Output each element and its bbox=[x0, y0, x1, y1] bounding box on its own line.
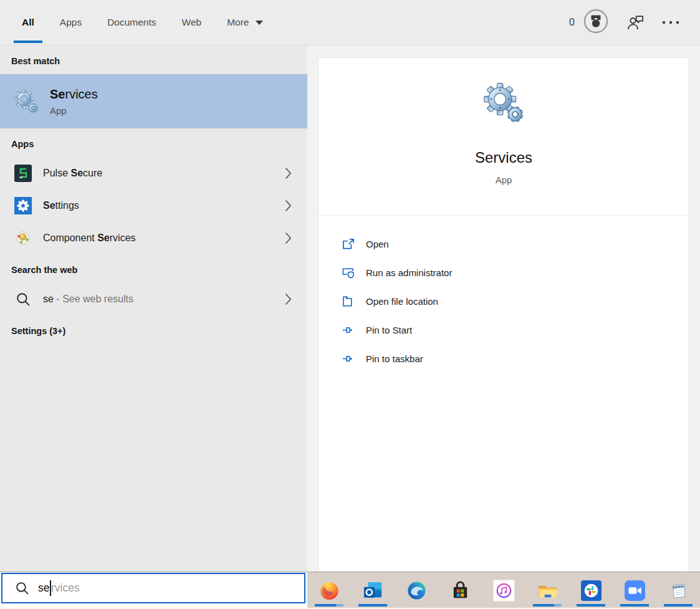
taskbar-slack-icon[interactable] bbox=[569, 572, 613, 609]
preview-subtitle: App bbox=[496, 175, 512, 185]
tab-all-label: All bbox=[22, 17, 34, 28]
tab-more[interactable]: More bbox=[219, 0, 272, 45]
pulse-secure-icon bbox=[14, 164, 32, 183]
tab-web[interactable]: Web bbox=[174, 0, 210, 45]
component-services-icon bbox=[14, 229, 32, 247]
rewards-medal-icon bbox=[583, 8, 609, 37]
result-component-services[interactable]: Component Services bbox=[0, 222, 307, 254]
tab-documents-label: Documents bbox=[107, 17, 156, 28]
best-match-subtitle: App bbox=[50, 105, 98, 116]
context-actions: Open Run as administrator bbox=[319, 216, 689, 373]
running-indicator bbox=[620, 604, 649, 607]
running-indicator bbox=[315, 604, 343, 607]
action-label: Pin to Start bbox=[366, 325, 412, 335]
tab-apps[interactable]: Apps bbox=[52, 0, 90, 45]
action-label: Pin to taskbar bbox=[366, 353, 423, 364]
services-gears-icon bbox=[12, 88, 40, 115]
search-the-web-header: Search the web bbox=[0, 254, 307, 283]
settings-icon bbox=[14, 196, 32, 215]
preview-card: Services App Open bbox=[318, 57, 689, 572]
result-label: se - See web results bbox=[43, 294, 133, 305]
running-indicator bbox=[358, 604, 387, 607]
taskbar-strip: services bbox=[0, 572, 700, 609]
preview-pane: Services App Open bbox=[307, 46, 700, 572]
taskbar-zoom-icon[interactable] bbox=[613, 572, 656, 609]
run-admin-icon bbox=[340, 265, 355, 280]
action-label: Open file location bbox=[366, 296, 438, 307]
preview-title: Services bbox=[475, 149, 532, 166]
chevron-right-icon[interactable] bbox=[285, 199, 292, 212]
chevron-right-icon[interactable] bbox=[285, 167, 292, 180]
windows-search-flyout: All Apps Documents Web More 0 bbox=[0, 0, 700, 609]
running-indicator bbox=[533, 604, 562, 607]
search-input[interactable]: services bbox=[1, 573, 305, 603]
taskbar-microsoft-store-icon[interactable] bbox=[438, 572, 482, 609]
result-label: Settings bbox=[43, 200, 79, 211]
search-icon bbox=[14, 290, 32, 309]
preview-card-header: Services App bbox=[319, 58, 689, 216]
taskbar-itunes-icon[interactable] bbox=[482, 572, 525, 609]
more-options-icon[interactable] bbox=[661, 20, 680, 25]
tab-documents[interactable]: Documents bbox=[99, 0, 164, 45]
open-icon bbox=[340, 236, 355, 251]
tab-apps-label: Apps bbox=[60, 17, 82, 28]
best-match-header: Best match bbox=[0, 46, 307, 74]
action-label: Run as administrator bbox=[366, 267, 452, 278]
taskbar-search-area: services bbox=[0, 572, 307, 609]
result-best-match-services[interactable]: Services App bbox=[0, 74, 307, 128]
search-suggestion-text: rvices bbox=[51, 582, 80, 595]
rewards-count: 0 bbox=[569, 17, 575, 28]
tab-web-label: Web bbox=[182, 17, 202, 28]
results-panel: Best match Services App Apps Pulse Secur… bbox=[0, 46, 307, 572]
taskbar-outlook-icon[interactable] bbox=[351, 572, 395, 609]
chevron-right-icon[interactable] bbox=[285, 232, 292, 244]
action-run-as-administrator[interactable]: Run as administrator bbox=[340, 258, 689, 287]
feedback-icon[interactable] bbox=[626, 14, 645, 31]
result-pulse-secure[interactable]: Pulse Secure bbox=[0, 157, 307, 189]
settings-group-header: Settings (3+) bbox=[0, 315, 307, 344]
running-indicator bbox=[577, 604, 605, 607]
taskbar-firefox-icon[interactable] bbox=[307, 572, 351, 609]
tab-more-label: More bbox=[227, 17, 249, 28]
dropdown-arrow-icon bbox=[255, 19, 264, 26]
action-pin-to-taskbar[interactable]: Pin to taskbar bbox=[340, 344, 689, 373]
result-label: Component Services bbox=[43, 233, 136, 244]
action-label: Open bbox=[366, 239, 389, 249]
search-filter-bar: All Apps Documents Web More 0 bbox=[0, 0, 700, 46]
taskbar-notepad-icon[interactable] bbox=[656, 572, 700, 609]
taskbar-icons bbox=[307, 572, 700, 609]
action-open-file-location[interactable]: Open file location bbox=[340, 287, 689, 315]
rewards-button[interactable]: 0 bbox=[569, 8, 609, 37]
file-location-icon bbox=[340, 294, 355, 309]
taskbar-file-explorer-icon[interactable] bbox=[525, 572, 569, 609]
result-web-search[interactable]: se - See web results bbox=[0, 283, 307, 315]
topbar-right-controls: 0 bbox=[569, 8, 680, 37]
action-pin-to-start[interactable]: Pin to Start bbox=[340, 315, 689, 344]
apps-header: Apps bbox=[0, 128, 307, 157]
best-match-title: Services bbox=[50, 87, 98, 102]
filter-tabs: All Apps Documents Web More bbox=[14, 0, 272, 45]
services-gears-icon bbox=[481, 80, 527, 127]
result-settings[interactable]: Settings bbox=[0, 189, 307, 222]
result-label: Pulse Secure bbox=[43, 168, 102, 179]
chevron-right-icon[interactable] bbox=[285, 293, 292, 305]
taskbar-edge-icon[interactable] bbox=[395, 572, 438, 609]
pin-icon bbox=[340, 322, 355, 337]
tab-all[interactable]: All bbox=[14, 0, 42, 45]
action-open[interactable]: Open bbox=[340, 229, 689, 258]
search-icon bbox=[16, 582, 29, 595]
running-indicator bbox=[664, 604, 693, 607]
search-typed-text: se bbox=[38, 582, 49, 595]
pin-icon bbox=[340, 351, 355, 366]
